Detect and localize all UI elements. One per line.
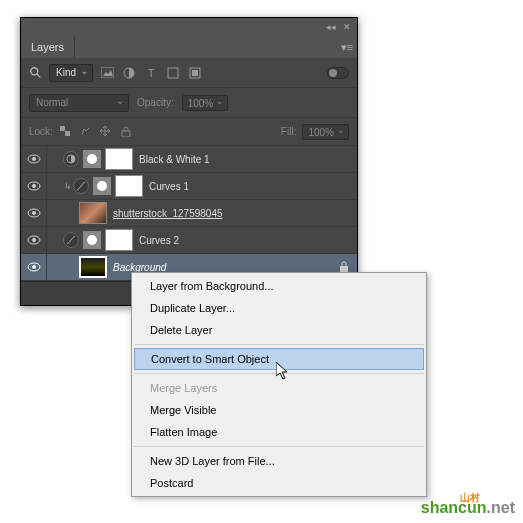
layer-row[interactable]: shutterstock_127598045	[21, 200, 357, 227]
menu-merge-visible[interactable]: Merge Visible	[132, 399, 426, 421]
lock-row: Lock: Fill: 100%	[21, 118, 357, 146]
menu-separator	[134, 344, 424, 345]
menu-postcard[interactable]: Postcard	[132, 472, 426, 494]
svg-rect-9	[65, 131, 70, 136]
tab-label: Layers	[31, 41, 64, 53]
layer-thumb	[115, 175, 143, 197]
svg-point-17	[32, 184, 36, 188]
layer-thumb	[79, 202, 107, 224]
opacity-label: Opacity:	[137, 97, 174, 108]
collapse-icon[interactable]: ◂◂	[325, 21, 337, 33]
menu-delete-layer[interactable]: Delete Layer	[132, 319, 426, 341]
watermark-logo: shancun山村.net	[421, 499, 515, 517]
svg-rect-2	[101, 67, 114, 78]
svg-rect-10	[122, 131, 130, 137]
mask-thumb	[93, 177, 111, 195]
svg-point-21	[32, 211, 36, 215]
fill-label: Fill:	[281, 126, 297, 137]
layer-name[interactable]: Background	[113, 262, 166, 273]
svg-line-1	[37, 73, 41, 77]
close-icon[interactable]: ✕	[341, 21, 353, 33]
fill-input[interactable]: 100%	[302, 124, 349, 140]
lock-transparency-icon[interactable]	[59, 125, 73, 139]
visibility-toggle[interactable]	[21, 227, 47, 253]
layer-row[interactable]: Curves 2	[21, 227, 357, 254]
lock-pixels-icon[interactable]	[79, 125, 93, 139]
layer-thumb	[105, 148, 133, 170]
layer-name[interactable]: Curves 2	[139, 235, 179, 246]
eye-icon	[27, 235, 41, 245]
clip-indicator-icon: ↳	[63, 181, 73, 191]
layer-row[interactable]: ↳ Curves 1	[21, 173, 357, 200]
visibility-toggle[interactable]	[21, 173, 47, 199]
lock-all-icon[interactable]	[119, 125, 133, 139]
layer-name[interactable]: shutterstock_127598045	[113, 208, 223, 219]
svg-point-23	[32, 238, 36, 242]
layers-list: Black & White 1 ↳ Curves 1 shutterstock_…	[21, 146, 357, 281]
smartobject-filter-icon[interactable]	[187, 65, 203, 81]
shape-filter-icon[interactable]	[165, 65, 181, 81]
lock-label: Lock:	[29, 126, 53, 137]
opacity-input[interactable]: 100%	[182, 95, 229, 111]
svg-rect-5	[168, 68, 178, 78]
svg-point-25	[87, 235, 97, 245]
adjustment-icon	[73, 178, 89, 194]
svg-point-15	[87, 154, 97, 164]
type-filter-icon[interactable]: T	[143, 65, 159, 81]
layer-name[interactable]: Curves 1	[149, 181, 189, 192]
layer-row[interactable]: Black & White 1	[21, 146, 357, 173]
tab-layers[interactable]: Layers	[21, 36, 75, 58]
eye-icon	[27, 262, 41, 272]
layer-thumb	[105, 229, 133, 251]
mask-thumb	[83, 231, 101, 249]
menu-convert-to-smart-object[interactable]: Convert to Smart Object	[134, 348, 424, 370]
lock-position-icon[interactable]	[99, 125, 113, 139]
blend-row: Normal Opacity: 100%	[21, 88, 357, 118]
filter-row: Kind T	[21, 58, 357, 88]
menu-separator	[134, 373, 424, 374]
menu-new-3d-layer[interactable]: New 3D Layer from File...	[132, 450, 426, 472]
svg-rect-28	[340, 266, 348, 272]
svg-point-27	[32, 265, 36, 269]
layer-thumb	[79, 256, 107, 278]
visibility-toggle[interactable]	[21, 254, 47, 280]
svg-point-12	[32, 157, 36, 161]
adjustment-icon	[63, 151, 79, 167]
menu-separator	[134, 446, 424, 447]
image-filter-icon[interactable]	[99, 65, 115, 81]
svg-point-0	[31, 67, 38, 74]
menu-merge-layers: Merge Layers	[132, 377, 426, 399]
kind-select[interactable]: Kind	[49, 64, 93, 82]
adjustment-icon	[63, 232, 79, 248]
eye-icon	[27, 154, 41, 164]
menu-flatten-image[interactable]: Flatten Image	[132, 421, 426, 443]
panel-menu-icon[interactable]: ▾≡	[337, 36, 357, 58]
tab-bar: Layers ▾≡	[21, 36, 357, 58]
layers-panel: ◂◂ ✕ Layers ▾≡ Kind T Normal Opacity: 10…	[20, 17, 358, 306]
eye-icon	[27, 208, 41, 218]
svg-point-19	[97, 181, 107, 191]
context-menu: Layer from Background... Duplicate Layer…	[131, 272, 427, 497]
menu-duplicate-layer[interactable]: Duplicate Layer...	[132, 297, 426, 319]
menu-layer-from-background[interactable]: Layer from Background...	[132, 275, 426, 297]
svg-rect-8	[60, 126, 65, 131]
search-icon	[29, 66, 43, 80]
visibility-toggle[interactable]	[21, 200, 47, 226]
adjustment-filter-icon[interactable]	[121, 65, 137, 81]
visibility-toggle[interactable]	[21, 146, 47, 172]
svg-rect-7	[192, 70, 198, 76]
eye-icon	[27, 181, 41, 191]
blend-mode-label: Normal	[36, 97, 68, 108]
layer-name[interactable]: Black & White 1	[139, 154, 210, 165]
blend-mode-select[interactable]: Normal	[29, 94, 129, 112]
filter-toggle[interactable]	[327, 67, 349, 79]
svg-marker-3	[103, 70, 113, 76]
kind-label: Kind	[56, 67, 76, 78]
panel-header: ◂◂ ✕	[21, 18, 357, 36]
mask-thumb	[83, 150, 101, 168]
